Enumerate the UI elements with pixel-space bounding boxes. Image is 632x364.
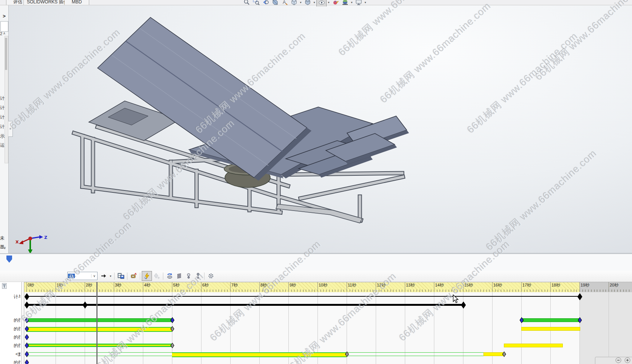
chevron-down-icon[interactable]: ▾ <box>327 0 331 6</box>
command-tab[interactable]: MBD <box>64 0 89 5</box>
view-settings-icon[interactable] <box>354 0 363 6</box>
timeline-change-bar[interactable] <box>347 352 483 356</box>
ruler-minor-tick <box>122 290 123 292</box>
timeline-change-bar[interactable] <box>521 318 580 322</box>
key-diamond-blue[interactable] <box>520 317 524 323</box>
ruler-minor-tick <box>137 290 138 292</box>
timebar[interactable] <box>96 282 98 364</box>
key-diamond-black[interactable] <box>83 302 88 309</box>
ruler-minor-tick <box>341 290 341 292</box>
ruler-second-label: 10秒 <box>319 282 327 288</box>
playback-speed-select[interactable]: 1x ∨ <box>67 272 98 280</box>
ruler-minor-tick <box>129 290 129 292</box>
timeline-change-bar[interactable] <box>483 352 505 356</box>
animation-wizard-icon[interactable] <box>129 271 138 280</box>
key-diamond-black[interactable] <box>461 302 466 309</box>
command-tab[interactable]: SOLIDWORKS 插件 <box>23 0 70 5</box>
ruler-minor-tick <box>294 290 294 292</box>
timeline-change-bar[interactable] <box>521 327 580 331</box>
key-diamond-blue[interactable] <box>25 359 29 364</box>
motion-tree-row[interactable]: 的挡 <box>0 326 20 332</box>
save-animation-icon[interactable] <box>116 271 125 280</box>
chevron-down-icon[interactable]: ▾ <box>299 0 303 6</box>
key-diamond-gray[interactable] <box>345 352 349 357</box>
motor-icon[interactable] <box>165 271 174 280</box>
gravity-icon[interactable] <box>193 271 203 280</box>
key-diamond-blue[interactable] <box>170 317 175 323</box>
calculate-icon[interactable] <box>142 271 152 281</box>
chevron-down-icon[interactable]: ▾ <box>350 0 354 6</box>
view-orientation-icon[interactable] <box>289 0 299 6</box>
previous-view-icon[interactable] <box>261 0 270 6</box>
ruler-minor-tick <box>76 290 76 292</box>
key-diamond-gray[interactable] <box>170 343 174 349</box>
timeline-change-bar[interactable] <box>26 318 173 322</box>
ruler-minor-tick <box>460 290 460 292</box>
key-diamond-black[interactable] <box>578 293 582 300</box>
motion-tree-row[interactable]: 的挡 <box>0 359 20 364</box>
section-view-icon[interactable] <box>270 0 280 6</box>
collapse-chevron-icon[interactable]: ∨ <box>3 246 6 250</box>
expand-panel-arrow[interactable]: > <box>1 13 7 19</box>
ruler-minor-tick <box>373 290 373 292</box>
key-diamond-blue[interactable] <box>578 317 582 323</box>
display-style-icon[interactable] <box>303 0 312 6</box>
filter-icon[interactable] <box>2 283 8 291</box>
edit-appearance-icon[interactable] <box>331 0 340 6</box>
tree-text-fragment: 墨 <box>0 252 5 253</box>
timeline-change-bar[interactable] <box>26 344 172 347</box>
ruler-minor-tick <box>172 290 172 292</box>
motion-tree-row[interactable]: 的挡 <box>0 317 20 323</box>
propertymanager-tab-nub[interactable] <box>8 121 13 137</box>
annotation-views-icon[interactable]: A <box>280 0 289 6</box>
ruler-minor-tick <box>422 290 423 292</box>
contact-icon[interactable] <box>184 271 193 280</box>
key-diamond-blue[interactable] <box>25 351 29 357</box>
timeline-change-bar[interactable] <box>172 352 347 357</box>
graphics-viewport[interactable]: Z X Y <box>8 5 632 254</box>
tree-timeline-splitter[interactable] <box>22 282 24 364</box>
hide-show-items-icon[interactable] <box>316 0 327 6</box>
chevron-down-icon[interactable]: ▾ <box>108 274 113 278</box>
tree-row-label: 的挡 <box>14 318 20 323</box>
key-diamond-black[interactable] <box>25 293 29 300</box>
key-diamond-blue[interactable] <box>25 317 29 323</box>
timeline-change-bar[interactable] <box>26 304 463 306</box>
ruler-minor-tick <box>169 290 169 292</box>
motion-study-properties-icon[interactable] <box>206 271 215 280</box>
key-diamond-blue[interactable] <box>25 326 29 332</box>
key-diamond-blue[interactable] <box>25 342 29 349</box>
ruler-minor-tick <box>262 290 263 292</box>
timeline-change-bar[interactable] <box>504 344 563 347</box>
key-diamond-black[interactable] <box>25 302 29 309</box>
ruler-second-label: 0秒 <box>28 282 34 288</box>
motion-tree-row[interactable]: 的挡 <box>0 334 20 340</box>
motion-tree-row[interactable]: 计与 <box>0 294 20 300</box>
ruler-minor-tick <box>73 290 73 292</box>
chevron-down-icon[interactable]: ▾ <box>312 0 316 6</box>
motion-tree-row[interactable]: 的挡 <box>0 342 20 349</box>
zoom-fit-icon[interactable] <box>242 0 251 6</box>
timeline-change-bar[interactable] <box>26 352 172 356</box>
key-diamond-blue[interactable] <box>25 334 29 340</box>
spring-icon[interactable] <box>174 271 184 280</box>
ruler-minor-tick <box>440 290 440 292</box>
playback-mode-arrow-icon[interactable] <box>99 271 108 280</box>
ruler-minor-tick <box>536 290 536 292</box>
motion-tree-row[interactable]: <默 <box>0 351 20 357</box>
key-diamond-gray[interactable] <box>170 326 174 332</box>
chevron-down-icon[interactable]: ∨ <box>91 274 97 278</box>
scrollbar-thumb[interactable] <box>5 38 7 70</box>
zoom-area-icon[interactable] <box>251 0 261 6</box>
ruler-minor-tick <box>280 290 280 292</box>
timeline-zoom-out-icon[interactable] <box>615 357 622 364</box>
apply-scene-icon[interactable] <box>340 0 350 6</box>
ruler-minor-tick <box>119 290 120 292</box>
pane-splitter[interactable] <box>0 253 632 254</box>
scroll-up-arrow[interactable]: ∧ <box>3 31 6 35</box>
timeline-zoom-in-icon[interactable] <box>624 357 631 364</box>
timeline-change-bar[interactable] <box>26 296 579 297</box>
chevron-down-icon[interactable]: ▾ <box>363 0 367 6</box>
key-diamond-gray[interactable] <box>502 352 506 357</box>
timeline-change-bar[interactable] <box>26 327 172 332</box>
